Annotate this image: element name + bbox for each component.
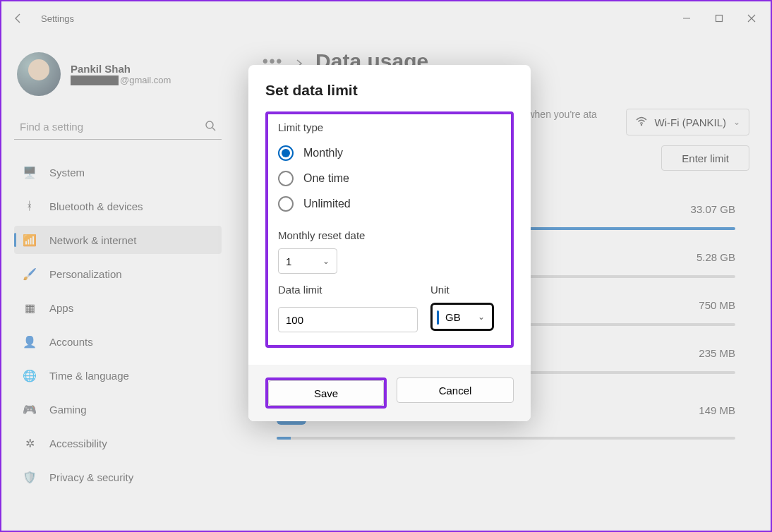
usage-size: 33.07 GB [691, 203, 735, 215]
data-limit-label: Data limit [278, 284, 418, 296]
nav-icon: 🖥️ [23, 165, 37, 179]
nav-icon: ᚼ [23, 199, 37, 213]
sidebar-item-label: Bluetooth & devices [49, 200, 143, 212]
chevron-down-icon: ⌄ [733, 117, 740, 127]
svg-rect-1 [716, 16, 723, 22]
maximize-button[interactable] [703, 7, 735, 30]
unit-label: Unit [430, 284, 501, 296]
sidebar: Pankil Shah @gmail.com 🖥️SystemᚼBluetoot… [1, 35, 234, 531]
sidebar-item-label: System [49, 167, 85, 179]
wifi-icon [635, 115, 648, 130]
close-button[interactable] [735, 7, 768, 30]
sidebar-item-apps[interactable]: ▦Apps [14, 294, 222, 322]
search-input[interactable] [20, 121, 205, 133]
sidebar-item-accessibility[interactable]: ✲Accessibility [14, 429, 222, 457]
sidebar-item-bluetooth-devices[interactable]: ᚼBluetooth & devices [14, 192, 222, 220]
chevron-down-icon: ⌄ [322, 256, 330, 266]
search-icon [205, 120, 216, 134]
wifi-dropdown[interactable]: Wi-Fi (PANKIL) ⌄ [626, 109, 749, 135]
sidebar-item-label: Personalization [49, 268, 122, 280]
save-button[interactable]: Save [268, 380, 384, 406]
avatar [17, 52, 61, 96]
search-box[interactable] [14, 114, 222, 140]
svg-point-4 [640, 123, 641, 125]
sidebar-item-label: Gaming [49, 404, 87, 416]
svg-point-2 [206, 121, 213, 128]
sidebar-item-network-internet[interactable]: 📶Network & internet [14, 226, 222, 254]
sidebar-item-time-language[interactable]: 🌐Time & language [14, 361, 222, 389]
enter-limit-button[interactable]: Enter limit [661, 145, 749, 171]
usage-size: 235 MB [699, 347, 735, 359]
radio-icon [278, 171, 294, 186]
nav-icon: ▦ [23, 301, 37, 315]
sidebar-item-label: Accessibility [49, 437, 107, 449]
reset-date-dropdown[interactable]: 1 ⌄ [278, 248, 337, 274]
nav-icon: 👤 [23, 334, 37, 349]
sidebar-item-label: Network & internet [49, 234, 136, 246]
nav-icon: 🖌️ [23, 267, 37, 281]
nav-icon: 🌐 [23, 368, 37, 382]
sidebar-item-label: Time & language [49, 370, 129, 382]
cancel-button[interactable]: Cancel [397, 377, 514, 403]
sidebar-item-system[interactable]: 🖥️System [14, 158, 222, 186]
nav-icon: 📶 [23, 233, 37, 247]
sidebar-item-label: Privacy & security [49, 471, 133, 483]
sidebar-item-gaming[interactable]: 🎮Gaming [14, 395, 222, 423]
data-limit-input[interactable] [278, 307, 418, 332]
unit-dropdown[interactable]: GB ⌄ [430, 303, 494, 331]
radio-unlimited[interactable]: Unlimited [278, 191, 501, 217]
sidebar-item-label: Accounts [49, 336, 93, 348]
usage-size: 5.28 GB [696, 251, 735, 263]
chevron-down-icon: ⌄ [478, 312, 485, 322]
usage-size: 149 MB [699, 404, 735, 416]
back-button[interactable] [4, 4, 32, 32]
usage-size: 750 MB [699, 299, 735, 311]
radio-monthly[interactable]: Monthly [278, 140, 501, 166]
minimize-button[interactable] [670, 7, 703, 30]
usage-bar [277, 437, 735, 440]
sidebar-item-accounts[interactable]: 👤Accounts [14, 327, 222, 356]
nav-icon: 🎮 [23, 402, 37, 416]
svg-line-3 [212, 128, 215, 131]
set-data-limit-dialog: Set data limit Limit type Monthly One ti… [248, 65, 531, 421]
sidebar-item-privacy-security[interactable]: 🛡️Privacy & security [14, 463, 222, 491]
nav-icon: 🛡️ [23, 470, 37, 484]
reset-date-label: Monthly reset date [278, 229, 501, 241]
radio-icon [278, 196, 294, 212]
radio-one-time[interactable]: One time [278, 166, 501, 191]
title-bar: Settings [1, 1, 771, 35]
sidebar-item-label: Apps [49, 302, 73, 314]
dialog-title: Set data limit [265, 82, 514, 99]
limit-type-label: Limit type [278, 121, 501, 133]
profile-name: Pankil Shah [71, 63, 171, 75]
profile-block[interactable]: Pankil Shah @gmail.com [17, 52, 222, 96]
radio-icon [278, 145, 294, 161]
nav-icon: ✲ [23, 436, 37, 450]
sidebar-item-personalization[interactable]: 🖌️Personalization [14, 260, 222, 288]
profile-email: @gmail.com [71, 75, 171, 85]
window-title: Settings [41, 13, 74, 24]
